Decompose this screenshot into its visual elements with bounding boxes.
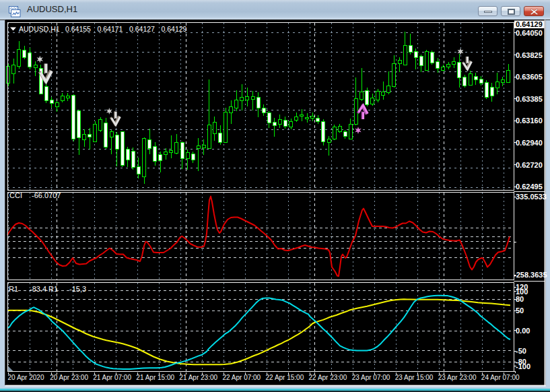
- svg-text:21 Apr 15:00: 21 Apr 15:00: [136, 374, 174, 381]
- svg-text:0.63825: 0.63825: [516, 51, 543, 59]
- svg-text:0.64050: 0.64050: [516, 29, 543, 37]
- svg-text:0.63160: 0.63160: [516, 117, 543, 125]
- svg-text:AUDUSD,H1: AUDUSD,H1: [19, 25, 60, 33]
- svg-text:0.64171: 0.64171: [98, 25, 123, 33]
- svg-text:23 Apr 15:00: 23 Apr 15:00: [395, 374, 434, 381]
- svg-text:100: 100: [516, 288, 528, 296]
- svg-text:CCI: CCI: [9, 191, 22, 199]
- svg-text:0.63605: 0.63605: [516, 73, 543, 81]
- svg-text:21 Apr 07:00: 21 Apr 07:00: [93, 374, 131, 381]
- svg-text:-258.3635: -258.3635: [514, 271, 547, 279]
- svg-text:21 Apr 23:00: 21 Apr 23:00: [179, 374, 217, 381]
- svg-text:20 Apr 2020: 20 Apr 2020: [8, 374, 44, 381]
- svg-text:0.64129: 0.64129: [162, 25, 187, 33]
- svg-text:23 Apr 23:00: 23 Apr 23:00: [438, 374, 477, 381]
- svg-text:R1: R1: [9, 285, 18, 293]
- svg-text:-100: -100: [516, 362, 530, 370]
- svg-text:-66.0707: -66.0707: [32, 191, 61, 199]
- svg-text:0.63385: 0.63385: [516, 95, 543, 103]
- svg-text:0.00: 0.00: [516, 327, 530, 335]
- svg-text:22 Apr 23:00: 22 Apr 23:00: [309, 374, 347, 381]
- svg-text:22 Apr 07:00: 22 Apr 07:00: [222, 374, 261, 381]
- svg-text:22 Apr 15:00: 22 Apr 15:00: [266, 374, 304, 381]
- svg-text:50: 50: [516, 306, 524, 315]
- svg-text:0.64155: 0.64155: [65, 25, 91, 33]
- svg-text:0.64129: 0.64129: [516, 20, 543, 28]
- svg-text:24 Apr 07:00: 24 Apr 07:00: [481, 374, 520, 381]
- svg-text:0.62720: 0.62720: [516, 161, 543, 169]
- svg-text:-15,3: -15,3: [69, 285, 86, 293]
- svg-text:23 Apr 07:00: 23 Apr 07:00: [352, 374, 390, 381]
- svg-text:0.64127: 0.64127: [129, 25, 155, 33]
- svg-text:0.62495: 0.62495: [516, 183, 543, 191]
- svg-text:335.0533: 335.0533: [516, 193, 547, 201]
- svg-text:-83.4: -83.4: [30, 285, 46, 293]
- svg-text:R1: R1: [48, 285, 58, 293]
- svg-text:80: 80: [516, 295, 524, 303]
- svg-text:20 Apr 23:00: 20 Apr 23:00: [50, 374, 88, 381]
- svg-text:-50: -50: [516, 347, 526, 355]
- svg-text:0.62940: 0.62940: [516, 139, 543, 147]
